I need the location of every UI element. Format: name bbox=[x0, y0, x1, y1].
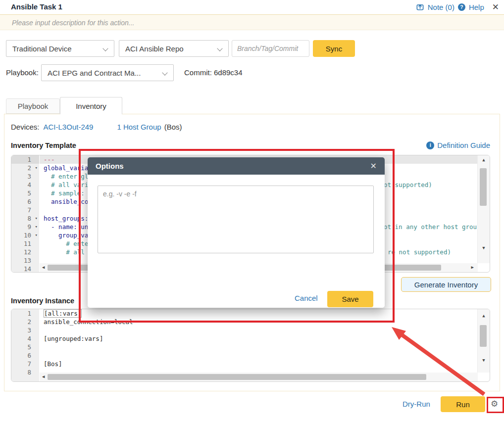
gutter-line-number: 1 bbox=[11, 155, 39, 164]
host-group-note: (Bos) bbox=[164, 123, 182, 131]
host-group-link[interactable]: 1 Host Group bbox=[117, 123, 161, 131]
gutter-line-number: 4 bbox=[11, 181, 39, 189]
modal-body: Cancel Save bbox=[88, 175, 385, 308]
close-icon[interactable]: ✕ bbox=[492, 2, 499, 12]
commit-text: Commit: 6d89c34 bbox=[184, 68, 243, 77]
note-icon[interactable] bbox=[416, 3, 424, 11]
options-textarea[interactable] bbox=[98, 186, 374, 253]
window-header: Ansible Task 1 Note (0) ? Help ✕ bbox=[0, 0, 504, 15]
gutter-line-number: 1 bbox=[11, 309, 39, 318]
chevron-down-icon bbox=[102, 46, 108, 51]
scroll-down-icon[interactable]: ▼ bbox=[478, 245, 490, 250]
code-line[interactable]: [Bos] bbox=[40, 360, 490, 368]
scroll-left-icon[interactable]: ◀ bbox=[42, 265, 45, 270]
gutter-line-number: 2 bbox=[11, 318, 39, 326]
chevron-down-icon bbox=[217, 46, 222, 51]
branch-tag-commit-input[interactable] bbox=[232, 40, 309, 57]
gutter-line-number: 7 bbox=[11, 360, 39, 368]
info-icon: i bbox=[426, 141, 434, 149]
description-input[interactable] bbox=[11, 15, 458, 30]
scroll-up-icon[interactable]: ▲ bbox=[478, 313, 490, 318]
fold-arrow-icon[interactable]: ▾ bbox=[35, 164, 38, 172]
fold-arrow-icon[interactable]: ▾ bbox=[35, 214, 38, 223]
dry-run-link[interactable]: Dry-Run bbox=[403, 400, 430, 408]
gutter-line-number: 13 bbox=[11, 256, 39, 265]
sync-button[interactable]: Sync bbox=[313, 40, 355, 57]
generate-inventory-button[interactable]: Generate Inventory bbox=[401, 277, 491, 292]
inventory-instance-title: Inventory Instance bbox=[11, 297, 74, 305]
page-title: Ansible Task 1 bbox=[11, 2, 62, 11]
device-type-value: Traditional Device bbox=[12, 45, 72, 53]
run-button[interactable]: Run bbox=[441, 396, 485, 412]
code-line[interactable]: [all:vars] bbox=[40, 309, 490, 318]
gutter-line-number: 10▾ bbox=[11, 231, 39, 239]
description-row bbox=[0, 15, 504, 30]
repo-select[interactable]: ACI Ansible Repo bbox=[119, 40, 229, 57]
gutter-line-number: 3 bbox=[11, 326, 39, 334]
modal-title: Options bbox=[96, 162, 124, 170]
gutter-line-number: 11 bbox=[11, 239, 39, 248]
scrollbar-thumb[interactable] bbox=[480, 168, 487, 206]
code-line[interactable] bbox=[40, 343, 490, 351]
devices-label: Devices: bbox=[11, 123, 40, 131]
gutter-line-number: 5 bbox=[11, 189, 39, 197]
gutter-line-number: 7 bbox=[11, 206, 39, 214]
help-link[interactable]: Help bbox=[469, 3, 484, 11]
code-line[interactable] bbox=[40, 351, 490, 360]
inventory-template-title: Inventory Template bbox=[11, 141, 76, 149]
scroll-up-icon[interactable]: ▲ bbox=[478, 157, 490, 162]
inventory-instance-editor[interactable]: 12345678 [all:vars]ansible_connection=lo… bbox=[11, 309, 490, 382]
gear-icon[interactable]: ⚙ bbox=[491, 400, 498, 408]
gutter-line-number: 8▾ bbox=[11, 214, 39, 223]
scroll-left-icon[interactable]: ◀ bbox=[42, 374, 45, 379]
definition-guide[interactable]: i Definition Guide bbox=[426, 141, 490, 149]
gutter-line-number: 12 bbox=[11, 248, 39, 256]
gutter-line-number: 2▾ bbox=[11, 164, 39, 172]
ansible-task-window: Ansible Task 1 Note (0) ? Help ✕ Traditi… bbox=[0, 0, 504, 422]
chevron-down-icon bbox=[162, 70, 167, 75]
playbook-select[interactable]: ACI EPG and Contract Ma... bbox=[41, 64, 174, 81]
scrollbar-thumb[interactable] bbox=[48, 374, 426, 380]
save-button[interactable]: Save bbox=[327, 291, 373, 307]
gutter-line-number: 3 bbox=[11, 172, 39, 181]
definition-guide-link[interactable]: Definition Guide bbox=[437, 141, 490, 149]
vertical-scrollbar[interactable]: ▲ ▼ bbox=[477, 155, 490, 263]
device-type-select[interactable]: Traditional Device bbox=[6, 40, 114, 57]
devices-row: Devices: ACI-L3Out-249 1 Host Group (Bos… bbox=[11, 123, 182, 131]
code-line[interactable]: [ungrouped:vars] bbox=[40, 334, 490, 343]
tab-inventory[interactable]: Inventory bbox=[60, 97, 122, 114]
gutter-line-number: 5 bbox=[11, 343, 39, 351]
gutter-line-number: 6 bbox=[11, 197, 39, 206]
vertical-scrollbar[interactable]: ▲ ▼ bbox=[477, 309, 490, 373]
gutter-line-number: 9▾ bbox=[11, 223, 39, 231]
playbook-value: ACI EPG and Contract Ma... bbox=[48, 69, 141, 77]
modal-close-icon[interactable]: ✕ bbox=[370, 161, 377, 171]
help-icon[interactable]: ? bbox=[458, 3, 465, 11]
gutter-line-number: 8 bbox=[11, 368, 39, 376]
editor-gutter: 12345678 bbox=[11, 309, 39, 381]
playbook-label: Playbook: bbox=[6, 68, 39, 77]
gutter-line-number: 14 bbox=[11, 265, 39, 273]
fold-arrow-icon[interactable]: ▾ bbox=[35, 231, 38, 239]
scroll-down-icon[interactable]: ▼ bbox=[478, 358, 490, 363]
cancel-button[interactable]: Cancel bbox=[295, 294, 318, 302]
fold-arrow-icon[interactable]: ▾ bbox=[35, 223, 38, 231]
modal-header: Options ✕ bbox=[88, 157, 385, 175]
tab-playbook[interactable]: Playbook bbox=[6, 98, 60, 114]
code-line[interactable] bbox=[40, 326, 490, 334]
scroll-right-icon[interactable]: ▶ bbox=[460, 374, 463, 379]
editor-code[interactable]: [all:vars]ansible_connection=local[ungro… bbox=[40, 309, 490, 376]
gutter-line-number: 6 bbox=[11, 351, 39, 360]
header-actions: Note (0) ? Help ✕ bbox=[416, 0, 499, 14]
scroll-right-icon[interactable]: ▶ bbox=[471, 265, 474, 270]
editor-gutter: 12▾345678▾9▾10▾11121314 bbox=[11, 155, 39, 272]
code-line[interactable]: ansible_connection=local bbox=[40, 318, 490, 326]
gutter-line-number: 4 bbox=[11, 334, 39, 343]
note-link[interactable]: Note (0) bbox=[428, 3, 454, 11]
device-link[interactable]: ACI-L3Out-249 bbox=[44, 123, 94, 131]
options-modal: Options ✕ Cancel Save bbox=[88, 157, 385, 308]
scrollbar-thumb[interactable] bbox=[480, 325, 487, 347]
horizontal-scrollbar[interactable]: ◀ ▶ bbox=[40, 373, 478, 381]
repo-value: ACI Ansible Repo bbox=[125, 45, 184, 53]
